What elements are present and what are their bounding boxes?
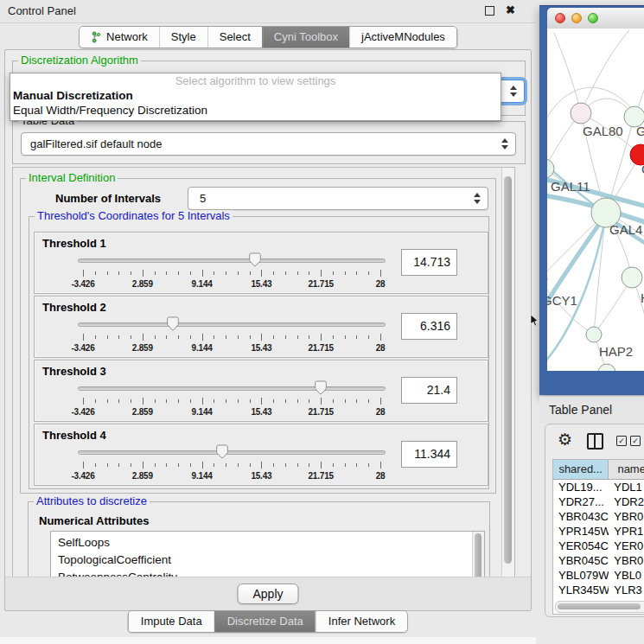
tab-cyni-toolbox[interactable]: Cyni Toolbox (262, 27, 349, 48)
tick-mark (155, 271, 156, 275)
network-node[interactable] (571, 103, 591, 124)
horizontal-scrollbar[interactable] (555, 601, 644, 613)
list-scrollbar[interactable] (472, 532, 484, 578)
table-cell[interactable]: YBR0 (609, 553, 644, 568)
table-cell[interactable]: YER0 (609, 539, 644, 553)
control-panel-titlebar[interactable]: Control Panel ✖ (0, 0, 536, 23)
numerical-attributes-list[interactable]: SelfLoopsTopologicalCoefficientBetweenne… (50, 531, 485, 578)
horizontal-scrollbar-thumb[interactable] (558, 603, 641, 609)
attribute-item-topologicalcoefficient[interactable]: TopologicalCoefficient (51, 552, 484, 569)
slider-track[interactable] (78, 450, 386, 455)
table-row[interactable]: YPR145WYPR1 (553, 524, 644, 539)
threshold-value-field[interactable]: 14.713 (401, 249, 457, 276)
column-header-shared[interactable]: shared... (553, 460, 609, 479)
combo-arrows-icon (501, 137, 508, 150)
tab-impute-data[interactable]: Impute Data (129, 611, 214, 632)
close-traffic-light-icon[interactable] (555, 13, 565, 23)
table-row[interactable]: YBR043CYBR0 (553, 509, 644, 524)
table-cell[interactable]: YLR3 (609, 583, 644, 597)
node-label-gal80: GAL80 (583, 124, 623, 138)
tab-label: jActiveMNodules (361, 30, 445, 43)
region-scrollbar[interactable] (501, 168, 514, 577)
slider-track[interactable] (78, 386, 386, 391)
table-cell[interactable]: YBR043C (553, 509, 609, 524)
slider-tick-labels: -3.4262.8599.14415.4321.71528 (83, 279, 380, 289)
tick-label: 2.859 (132, 279, 153, 289)
group-title: Interval Definition (26, 172, 118, 184)
tab-jactivemnodules[interactable]: jActiveMNodules (349, 27, 456, 48)
tab-style[interactable]: Style (159, 27, 207, 48)
minimize-traffic-light-icon[interactable] (571, 13, 582, 23)
threshold-slider[interactable]: -3.4262.8599.14415.4321.71528 (78, 444, 386, 481)
tick-mark (143, 334, 143, 341)
table-cell[interactable]: YBR045C (553, 553, 609, 568)
slider-thumb[interactable] (167, 316, 180, 331)
network-node[interactable] (586, 327, 602, 342)
table-cell[interactable]: YBR0 (609, 509, 644, 524)
float-window-icon[interactable] (485, 6, 494, 16)
threshold-slider[interactable]: -3.4262.8599.14415.4321.71528 (78, 380, 386, 417)
table-row[interactable]: YBL079WYBL0 (553, 568, 644, 583)
table-cell[interactable]: YLR345W (553, 583, 609, 597)
tab-network[interactable]: Network (80, 27, 159, 48)
threshold-value-field[interactable]: 21.4 (401, 377, 457, 404)
table-data-combo[interactable]: galFiltered.sif default node (21, 132, 516, 156)
slider-track[interactable] (78, 258, 386, 263)
tick-label: 28 (376, 343, 386, 353)
gear-icon[interactable]: ⚙ (558, 430, 572, 450)
tick-mark (345, 463, 346, 467)
dropdown-prompt[interactable]: Select algorithm to view settings (10, 73, 501, 88)
table-panel-titlebar[interactable]: Table Panel (539, 396, 644, 423)
attribute-item-selfloops[interactable]: SelfLoops (51, 534, 484, 552)
threshold-value-field[interactable]: 6.316 (401, 313, 457, 340)
table-cell[interactable]: YPR145W (553, 524, 609, 539)
table-row[interactable]: YDL19...YDL1 (553, 480, 644, 494)
table-cell[interactable]: YBL079W (553, 568, 609, 583)
column-header-name[interactable]: name (609, 460, 644, 479)
node-label-hap2: HAP2 (599, 344, 633, 359)
dropdown-option-equal-width-frequency-discretization[interactable]: Equal Width/Frequency Discretization (10, 103, 501, 118)
table-cell[interactable]: YBL0 (609, 568, 644, 583)
apply-button[interactable]: Apply (237, 583, 298, 604)
network-window-titlebar[interactable] (547, 8, 644, 29)
region-scrollbar-thumb[interactable] (504, 176, 512, 564)
table-cell[interactable]: YPR1 (609, 524, 644, 539)
tick-mark (202, 462, 203, 469)
network-canvas[interactable]: GAL80GAGAL11CGAL4GCY1HHAP2 (547, 29, 644, 371)
network-node[interactable] (598, 364, 615, 371)
slider-track[interactable] (78, 322, 386, 327)
table-cell[interactable]: YDL1 (609, 480, 644, 494)
slider-thumb[interactable] (249, 252, 262, 267)
table-cell[interactable]: YDR27... (553, 494, 609, 509)
checkbox-checked-icon[interactable]: ✓ (616, 436, 627, 446)
threshold-slider[interactable]: -3.4262.8599.14415.4321.71528 (78, 316, 386, 353)
number-of-intervals-combo[interactable]: 5 (188, 187, 488, 210)
list-scrollbar-thumb[interactable] (475, 533, 481, 578)
tick-mark (214, 335, 214, 339)
zoom-traffic-light-icon[interactable] (588, 13, 598, 23)
dropdown-option-manual-discretization[interactable]: Manual Discretization (10, 88, 501, 103)
threshold-label: Threshold 3 (42, 365, 106, 378)
slider-thumb[interactable] (216, 444, 229, 459)
table-toolbar: ⚙ ✓ ✓ (545, 428, 644, 456)
tick-mark (368, 399, 369, 403)
threshold-slider[interactable]: -3.4262.8599.14415.4321.71528 (78, 252, 386, 289)
combo-arrows-icon (473, 192, 481, 205)
table-cell[interactable]: YDL19... (553, 480, 609, 494)
close-icon[interactable]: ✖ (506, 5, 515, 16)
table-cell[interactable]: YER054C (553, 539, 609, 553)
table-row[interactable]: YBR045CYBR0 (553, 553, 644, 568)
threshold-value-field[interactable]: 11.344 (401, 441, 457, 468)
tab-select[interactable]: Select (207, 27, 262, 48)
columns-icon[interactable] (587, 433, 603, 450)
tab-infer-network[interactable]: Infer Network (316, 611, 407, 632)
table-row[interactable]: YER054CYER0 (553, 539, 644, 553)
table-row[interactable]: YLR345WYLR3 (553, 583, 644, 597)
checkbox-checked-icon[interactable]: ✓ (630, 436, 641, 446)
table-row[interactable]: YDR27...YDR2 (553, 494, 644, 509)
table-cell[interactable]: YDR2 (609, 494, 644, 509)
slider-thumb[interactable] (315, 380, 328, 395)
tick-mark (131, 271, 131, 275)
tab-discretize-data[interactable]: Discretize Data (214, 611, 316, 632)
network-node[interactable] (622, 267, 642, 288)
